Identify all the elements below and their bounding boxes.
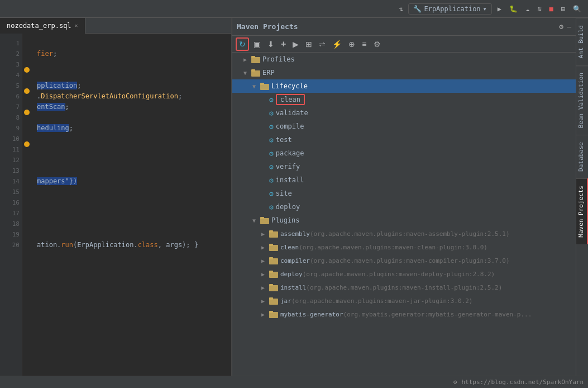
ant-build-tab[interactable]: Ant Build xyxy=(576,18,588,65)
settings-status-icon[interactable]: ⚙ xyxy=(453,378,457,386)
search-everywhere-icon[interactable]: 🔍 xyxy=(571,4,584,14)
compiler-plugin-item[interactable]: ▶ compiler (org.apache.maven.plugins:mav… xyxy=(232,254,576,267)
profiles-item[interactable]: ▶ Profiles xyxy=(232,53,576,66)
jar-plugin-icon xyxy=(269,297,278,305)
mybatis-org: (org.mybatis.generator:mybatis-generator… xyxy=(343,311,532,318)
code-line xyxy=(37,219,227,229)
package-item[interactable]: ⚙ package xyxy=(232,146,576,160)
jar-arrow: ▶ xyxy=(261,298,269,304)
lifecycle-item[interactable]: ▼ Lifecycle xyxy=(232,79,576,93)
run-maven-button[interactable]: ▣ xyxy=(251,39,263,50)
package-gear-icon: ⚙ xyxy=(269,149,274,158)
plugins-folder-icon xyxy=(260,216,269,224)
install-plugin-icon xyxy=(269,283,278,291)
validate-gear-icon: ⚙ xyxy=(269,109,274,117)
filter-button[interactable]: ⊞ xyxy=(303,39,314,50)
build-icon[interactable]: ⊞ xyxy=(559,4,567,14)
code-line xyxy=(37,155,227,165)
line-numbers: 1 2 3 4 5 6 7 8 9 10 11 12 13 14 15 16 1… xyxy=(0,34,22,376)
compiler-plugin-icon xyxy=(269,257,278,264)
diagram-button[interactable]: ⊕ xyxy=(346,39,357,50)
code-line: entScan; xyxy=(37,102,227,112)
run-configuration-selector[interactable]: 🔧 ErpApplication ▾ xyxy=(408,3,491,15)
svg-rect-5 xyxy=(260,83,264,85)
debug-icon[interactable]: 🐛 xyxy=(507,4,520,14)
verify-arrow xyxy=(261,164,269,170)
plugins-item[interactable]: ▼ Plugins xyxy=(232,214,576,227)
compile-item[interactable]: ⚙ compile xyxy=(232,120,576,133)
install-item[interactable]: ⚙ install xyxy=(232,173,576,187)
test-label: test xyxy=(276,136,292,144)
erp-item[interactable]: ▼ ERP xyxy=(232,66,576,79)
profile-icon[interactable]: ≋ xyxy=(535,4,543,14)
deploy-arrow xyxy=(261,204,269,210)
site-item[interactable]: ⚙ site xyxy=(232,187,576,200)
download-sources-button[interactable]: ⬇ xyxy=(265,39,276,50)
code-panel: nozedata_erp.sql ✕ 1 2 3 4 5 6 7 8 9 10 … xyxy=(0,18,232,376)
install-label: install xyxy=(276,176,304,184)
database-tab[interactable]: Database xyxy=(576,135,588,178)
clean-item[interactable]: ⚙ clean xyxy=(232,93,576,106)
svg-rect-9 xyxy=(269,230,273,233)
deploy-item[interactable]: ⚙ deploy xyxy=(232,200,576,214)
add-maven-button[interactable]: + xyxy=(279,38,288,50)
deploy-plugin-item[interactable]: ▶ deploy (org.apache.maven.plugins:maven… xyxy=(232,267,576,281)
clean-plugin-arrow: ▶ xyxy=(261,244,269,250)
profiles-arrow: ▶ xyxy=(243,56,251,63)
maven-projects-tab[interactable]: Maven Projects xyxy=(576,178,588,244)
maven-panel-title: Maven Projects xyxy=(237,22,298,31)
breakpoints-gutter xyxy=(22,34,32,376)
deploy-plugin-icon xyxy=(269,270,278,278)
code-line: ation.run(ErpApplication.class, args); } xyxy=(37,240,227,250)
main-layout: nozedata_erp.sql ✕ 1 2 3 4 5 6 7 8 9 10 … xyxy=(0,18,588,376)
site-label: site xyxy=(276,190,292,197)
sql-tab[interactable]: nozedata_erp.sql ✕ xyxy=(0,18,85,34)
right-panel-tabs: Ant Build Bean Validation Database Maven… xyxy=(576,18,588,376)
sync-button[interactable]: ↻ xyxy=(236,37,249,51)
mybatis-plugin-item[interactable]: ▶ mybatis-generator (org.mybatis.generat… xyxy=(232,307,576,321)
tab-bar: nozedata_erp.sql ✕ xyxy=(0,18,231,34)
svg-rect-11 xyxy=(269,244,273,246)
bean-validation-tab[interactable]: Bean Validation xyxy=(576,65,588,135)
settings-gear-icon[interactable]: ⚙ xyxy=(559,22,563,31)
assembly-plugin-item[interactable]: ▶ assembly (org.apache.maven.plugins:mav… xyxy=(232,227,576,240)
verify-item[interactable]: ⚙ verify xyxy=(232,160,576,173)
install-plugin-label: install xyxy=(280,284,306,291)
maven-settings-button[interactable]: ⚙ xyxy=(371,39,383,50)
coverage-icon[interactable]: ☁ xyxy=(523,4,532,14)
mybatis-label: mybatis-generator xyxy=(280,311,343,318)
minimize-icon[interactable]: — xyxy=(567,22,571,31)
install-plugin-item[interactable]: ▶ install (org.apache.maven.plugins:mave… xyxy=(232,281,576,294)
jar-plugin-item[interactable]: ▶ jar (org.apache.maven.plugins:maven-ja… xyxy=(232,294,576,307)
code-line xyxy=(37,208,227,219)
maven-panel: Maven Projects ⚙ — ↻ ▣ ⬇ + ▶ ⊞ ⇌ ⚡ ⊕ ≡ ⚙… xyxy=(232,18,576,376)
clean-plugin-item[interactable]: ▶ clean (org.apache.maven.plugins:maven-… xyxy=(232,240,576,254)
skip-tests-button[interactable]: ⇌ xyxy=(317,39,328,50)
test-arrow xyxy=(261,137,269,143)
sql-tab-label: nozedata_erp.sql xyxy=(7,22,71,30)
close-tab-icon[interactable]: ✕ xyxy=(75,22,78,29)
verify-label: verify xyxy=(276,163,300,171)
run-selected-button[interactable]: ▶ xyxy=(290,39,301,50)
deploy-plugin-arrow: ▶ xyxy=(261,271,269,277)
test-item[interactable]: ⚙ test xyxy=(232,133,576,146)
code-line xyxy=(37,197,227,208)
code-line: heduling; xyxy=(37,123,227,134)
sort-lines-icon[interactable]: ⇅ xyxy=(396,4,405,14)
code-line xyxy=(37,187,227,197)
generate-button[interactable]: ⚡ xyxy=(330,39,344,50)
stop-icon[interactable]: ■ xyxy=(547,4,556,14)
validate-arrow xyxy=(261,110,269,116)
site-gear-icon: ⚙ xyxy=(269,190,274,198)
status-url: https://blog.csdn.net/SparkOnYarn xyxy=(461,378,584,386)
install-gear-icon: ⚙ xyxy=(269,176,274,184)
validate-item[interactable]: ⚙ validate xyxy=(232,106,576,120)
site-arrow xyxy=(261,191,269,197)
code-line: fier; xyxy=(37,49,227,59)
svg-rect-17 xyxy=(269,284,273,286)
code-line: pplication; xyxy=(37,81,227,91)
run-icon[interactable]: ▶ xyxy=(495,4,504,14)
lifecycle-button[interactable]: ≡ xyxy=(360,39,369,50)
clean-plugin-org: (org.apache.maven.plugins:maven-clean-pl… xyxy=(299,244,487,251)
maven-tree: ▶ Profiles ▼ ERP ▼ xyxy=(232,53,576,376)
